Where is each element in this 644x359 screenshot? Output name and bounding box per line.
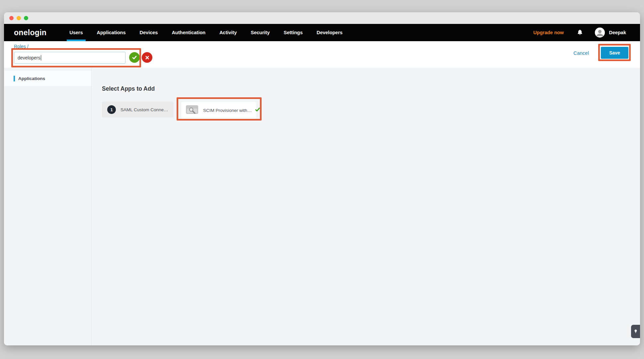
- role-edit-toolbar: Roles / developers Cancel Save: [4, 41, 640, 68]
- minimize-window-button[interactable]: [17, 16, 21, 20]
- app-tile-label: SCIM Provisioner with…: [203, 108, 252, 113]
- desktop: onelogin Users Applications Devices Auth…: [0, 0, 644, 359]
- top-navbar: onelogin Users Applications Devices Auth…: [4, 24, 640, 41]
- nav-menu: Users Applications Devices Authenticatio…: [62, 24, 350, 41]
- confirm-rename-button[interactable]: [129, 52, 140, 63]
- bell-icon[interactable]: [576, 29, 584, 36]
- cancel-rename-button[interactable]: [142, 52, 152, 63]
- role-name-value: developers: [18, 55, 40, 60]
- navbar-right: Upgrade now Deepak: [533, 28, 626, 38]
- app-tile-saml-custom-connector[interactable]: 1 SAML Custom Conne…: [102, 102, 174, 118]
- app-tile-scim-provisioner[interactable]: SCIM Provisioner with…: [181, 102, 256, 119]
- save-button[interactable]: Save: [601, 47, 628, 59]
- nav-item-settings[interactable]: Settings: [277, 24, 310, 41]
- role-name-input[interactable]: developers: [14, 52, 125, 64]
- cross-icon: [145, 55, 150, 60]
- nav-item-activity[interactable]: Activity: [212, 24, 244, 41]
- help-tab[interactable]: [631, 325, 640, 338]
- close-window-button[interactable]: [9, 16, 14, 20]
- upgrade-now-link[interactable]: Upgrade now: [533, 30, 564, 35]
- scim-connector-icon: [186, 105, 199, 116]
- window-titlebar: [4, 12, 640, 24]
- breadcrumb[interactable]: Roles /: [14, 44, 29, 49]
- maximize-window-button[interactable]: [24, 16, 28, 20]
- sidebar: Applications: [4, 68, 92, 345]
- active-indicator-bar: [14, 76, 15, 81]
- nav-item-developers[interactable]: Developers: [310, 24, 350, 41]
- avatar[interactable]: [595, 28, 605, 38]
- user-name[interactable]: Deepak: [609, 30, 626, 35]
- nav-item-security[interactable]: Security: [244, 24, 277, 41]
- nav-item-applications[interactable]: Applications: [90, 24, 133, 41]
- nav-item-devices[interactable]: Devices: [133, 24, 165, 41]
- cancel-button[interactable]: Cancel: [573, 50, 589, 56]
- check-icon: [131, 54, 137, 60]
- sidebar-item-applications[interactable]: Applications: [4, 71, 91, 86]
- nav-item-users[interactable]: Users: [62, 24, 90, 41]
- page-title: Select Apps to Add: [102, 85, 155, 92]
- sidebar-item-label: Applications: [18, 76, 45, 81]
- app-tile-label: SAML Custom Conne…: [121, 107, 168, 112]
- lightbulb-icon: [633, 329, 638, 334]
- text-caret: [41, 55, 41, 60]
- main-panel: Select Apps to Add 1 SAML Custom Conne…: [92, 68, 640, 345]
- content-area: Applications Select Apps to Add 1 SAML C…: [4, 68, 640, 345]
- browser-window: onelogin Users Applications Devices Auth…: [4, 12, 640, 345]
- onelogin-logo[interactable]: onelogin: [14, 28, 46, 37]
- app-rank-badge: 1: [107, 105, 116, 114]
- nav-item-authentication[interactable]: Authentication: [165, 24, 212, 41]
- selected-check-icon: [255, 107, 260, 114]
